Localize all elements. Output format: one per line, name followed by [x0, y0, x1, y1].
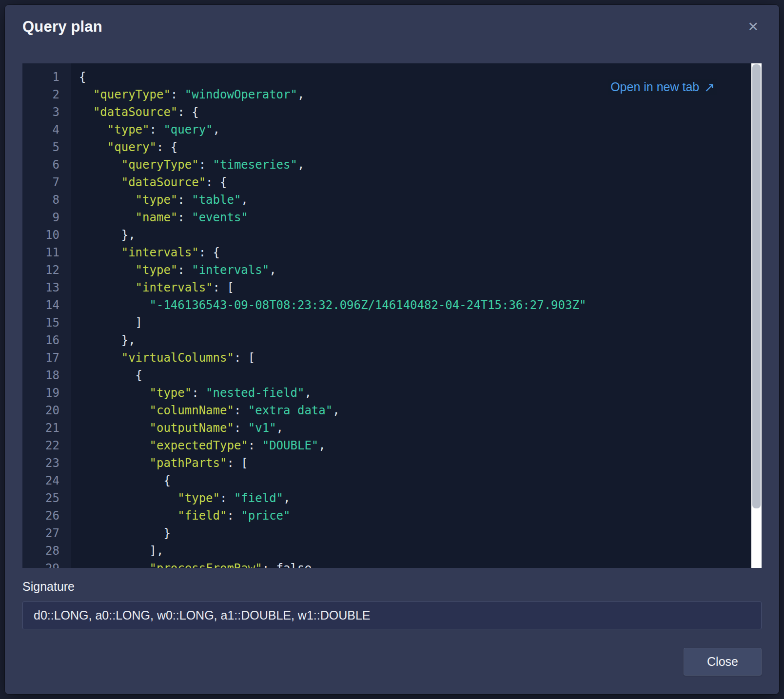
- line-number: 19: [22, 384, 71, 402]
- line-number: 18: [22, 367, 71, 384]
- code-line[interactable]: "dataSource": {: [79, 103, 762, 121]
- line-number: 3: [22, 103, 71, 121]
- code-line[interactable]: "columnName": "extra_data",: [79, 402, 762, 419]
- code-line[interactable]: "expectedType": "DOUBLE",: [79, 437, 762, 454]
- line-number: 5: [22, 138, 71, 156]
- code-line[interactable]: "intervals": {: [79, 244, 762, 261]
- code-line[interactable]: "name": "events": [79, 209, 762, 226]
- line-number: 13: [22, 279, 71, 296]
- dialog-footer: Close: [5, 629, 779, 676]
- query-plan-dialog: Query plan ✕ 123456789101112131415161718…: [5, 5, 779, 694]
- line-number: 14: [22, 296, 71, 314]
- code-line[interactable]: "type": "nested-field",: [79, 384, 762, 402]
- line-number: 17: [22, 349, 71, 367]
- code-line[interactable]: "query": {: [79, 138, 762, 156]
- code-line[interactable]: },: [79, 331, 762, 349]
- scrollbar-thumb[interactable]: [752, 64, 761, 508]
- line-number-gutter: 1234567891011121314151617181920212223242…: [22, 63, 71, 568]
- line-number: 20: [22, 402, 71, 419]
- line-number: 7: [22, 174, 71, 191]
- code-line[interactable]: ],: [79, 542, 762, 560]
- line-number: 10: [22, 226, 71, 244]
- code-line[interactable]: "type": "field",: [79, 489, 762, 507]
- code-line[interactable]: ]: [79, 314, 762, 331]
- line-number: 21: [22, 419, 71, 437]
- code-line[interactable]: "queryType": "timeseries",: [79, 156, 762, 174]
- line-number: 8: [22, 191, 71, 209]
- line-number: 28: [22, 542, 71, 560]
- line-number: 2: [22, 86, 71, 103]
- dialog-header: Query plan ✕: [5, 5, 779, 49]
- line-number: 11: [22, 244, 71, 261]
- close-button[interactable]: Close: [684, 648, 762, 676]
- code-line[interactable]: },: [79, 226, 762, 244]
- line-number: 27: [22, 524, 71, 542]
- code-line[interactable]: "processFromRaw": false: [79, 560, 762, 568]
- code-line[interactable]: "virtualColumns": [: [79, 349, 762, 367]
- code-area[interactable]: { "queryType": "windowOperator", "dataSo…: [71, 63, 762, 568]
- code-line[interactable]: "dataSource": {: [79, 174, 762, 191]
- code-line[interactable]: "-146136543-09-08T08:23:32.096Z/14614048…: [79, 296, 762, 314]
- line-number: 9: [22, 209, 71, 226]
- line-number: 15: [22, 314, 71, 331]
- query-plan-editor[interactable]: 1234567891011121314151617181920212223242…: [22, 63, 762, 568]
- line-number: 26: [22, 507, 71, 524]
- code-line[interactable]: "type": "intervals",: [79, 261, 762, 279]
- line-number: 24: [22, 472, 71, 489]
- line-number: 4: [22, 121, 71, 138]
- line-number: 25: [22, 489, 71, 507]
- line-number: 22: [22, 437, 71, 454]
- editor-scrollbar[interactable]: [751, 63, 762, 568]
- code-line[interactable]: "intervals": [: [79, 279, 762, 296]
- signature-label: Signature: [22, 580, 762, 594]
- code-line[interactable]: "pathParts": [: [79, 454, 762, 472]
- code-line[interactable]: "type": "query",: [79, 121, 762, 138]
- line-number: 16: [22, 331, 71, 349]
- arrow-top-right-icon: ↗: [704, 81, 715, 94]
- line-number: 23: [22, 454, 71, 472]
- code-line[interactable]: {: [79, 367, 762, 384]
- line-number: 12: [22, 261, 71, 279]
- page-title: Query plan: [22, 18, 102, 36]
- code-line[interactable]: }: [79, 524, 762, 542]
- signature-input[interactable]: [22, 602, 762, 629]
- code-line[interactable]: "field": "price": [79, 507, 762, 524]
- line-number: 29: [22, 560, 71, 568]
- code-line[interactable]: "outputName": "v1",: [79, 419, 762, 437]
- code-line[interactable]: "type": "table",: [79, 191, 762, 209]
- close-icon[interactable]: ✕: [745, 18, 762, 37]
- open-in-new-tab-link[interactable]: Open in new tab ↗: [608, 79, 717, 95]
- line-number: 6: [22, 156, 71, 174]
- open-in-new-tab-label: Open in new tab: [610, 80, 699, 94]
- code-line[interactable]: {: [79, 472, 762, 489]
- line-number: 1: [22, 68, 71, 86]
